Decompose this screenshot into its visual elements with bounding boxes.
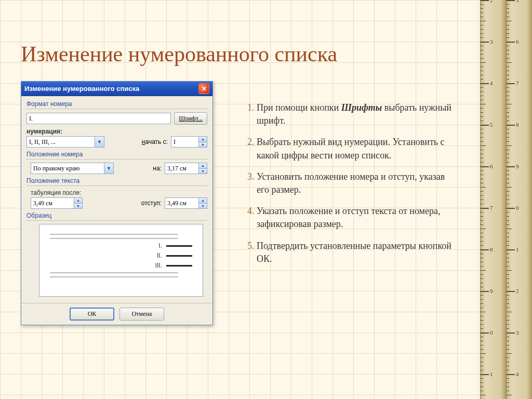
preview-row: I. xyxy=(50,242,192,249)
numbered-list-dialog: Изменение нумерованного списка ✕ Формат … xyxy=(21,81,213,325)
sample-preview: I.II.III. xyxy=(39,224,203,297)
spinner-icon[interactable]: ▲▼ xyxy=(74,198,82,208)
group-number-format: Формат номера xyxy=(26,100,207,108)
dialog-title: Изменение нумерованного списка xyxy=(24,85,198,92)
instruction-item: Установить положение номера и отступ, ук… xyxy=(257,170,457,196)
spinner-icon[interactable]: ▲▼ xyxy=(198,163,207,174)
at-label: на: xyxy=(153,165,162,172)
group-number-position: Положение номера xyxy=(26,151,207,158)
tab-after-label: табуляция после: xyxy=(31,189,207,196)
ok-button[interactable]: ОК xyxy=(70,308,114,321)
chevron-down-icon[interactable]: ▼ xyxy=(95,137,104,147)
font-button-label: Шрифт... xyxy=(179,115,203,123)
close-icon[interactable]: ✕ xyxy=(198,83,209,94)
spinner-icon[interactable]: ▲▼ xyxy=(198,137,207,147)
group-text-position: Положение текста xyxy=(26,177,207,184)
instruction-item: При помощи кнопки Шрифты выбрать нужный … xyxy=(257,101,457,127)
numeration-label: нумерация: xyxy=(26,128,207,135)
start-at-label: начать с: xyxy=(142,138,168,145)
number-format-input[interactable] xyxy=(26,113,171,124)
preview-row: II. xyxy=(50,252,192,259)
preview-row: III. xyxy=(50,262,192,269)
cancel-button[interactable]: Отмена xyxy=(119,308,164,321)
group-sample: Образец xyxy=(26,212,207,219)
page-title: Изменение нумерованного списка xyxy=(21,42,337,66)
numeration-combo[interactable] xyxy=(26,136,104,148)
dialog-titlebar[interactable]: Изменение нумерованного списка ✕ xyxy=(21,82,212,96)
instruction-item: Указать положение и отступ текста от ном… xyxy=(257,205,457,231)
spinner-icon[interactable]: ▲▼ xyxy=(198,198,207,208)
alignment-combo[interactable] xyxy=(31,163,114,174)
instruction-list: При помощи кнопки Шрифты выбрать нужный … xyxy=(239,101,457,274)
indent-label: отступ: xyxy=(141,200,162,207)
instruction-item: Выбрать нужный вид нумерации. Установить… xyxy=(257,136,457,162)
instruction-item: Подтвердить установленные параметры кноп… xyxy=(257,240,457,265)
chevron-down-icon[interactable]: ▼ xyxy=(104,163,113,174)
font-button[interactable]: Шрифт... xyxy=(174,112,207,125)
